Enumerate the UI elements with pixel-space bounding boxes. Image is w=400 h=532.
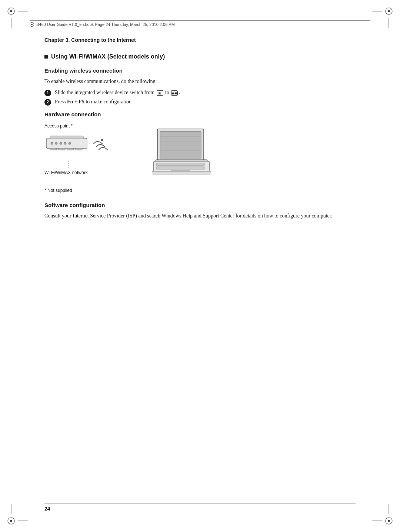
diagram-left: Access point * bbox=[44, 123, 141, 175]
corner-mark-bl bbox=[7, 503, 29, 525]
svg-point-27 bbox=[101, 139, 103, 141]
chapter-title: Chapter 3. Connecting to the Internet bbox=[44, 37, 356, 43]
svg-point-22 bbox=[69, 142, 71, 144]
corner-mark-br bbox=[371, 503, 393, 525]
corner-mark-tl bbox=[7, 7, 29, 29]
access-point-area bbox=[44, 131, 126, 160]
svg-point-5 bbox=[388, 10, 390, 12]
step-2-text: Press Fn + F5 to make configuration. bbox=[55, 98, 133, 106]
access-point-label: Access point * bbox=[44, 123, 73, 129]
main-content: Chapter 3. Connecting to the Internet Us… bbox=[44, 37, 356, 495]
dotted-line bbox=[69, 161, 69, 168]
header-book-info: B460 User Guide V1.0_en.book Page 24 Thu… bbox=[36, 22, 175, 27]
step-1: 1 Slide the integrated wireless device s… bbox=[44, 89, 356, 97]
section-title: Using Wi-Fi/WiMAX (Select models only) bbox=[51, 53, 165, 60]
step-2-num: 2 bbox=[44, 99, 51, 106]
page-number: 24 bbox=[44, 506, 50, 512]
svg-point-20 bbox=[60, 142, 62, 144]
svg-rect-24 bbox=[59, 148, 65, 150]
access-point-svg bbox=[44, 131, 93, 151]
svg-rect-25 bbox=[67, 148, 74, 150]
header-bar: B460 User Guide V1.0_en.book Page 24 Thu… bbox=[30, 20, 370, 27]
svg-point-21 bbox=[64, 142, 66, 144]
wifi-waves-svg bbox=[92, 133, 114, 151]
svg-rect-37 bbox=[156, 167, 204, 169]
laptop-svg bbox=[152, 127, 211, 179]
laptop-area bbox=[152, 127, 211, 180]
svg-rect-23 bbox=[50, 148, 57, 150]
subsection-heading-hardware: Hardware connection bbox=[44, 111, 356, 117]
not-supplied-note: * Not supplied bbox=[44, 188, 356, 193]
enabling-intro: To enable wireless communications, do th… bbox=[44, 77, 356, 86]
step-1-text: Slide the integrated wireless device swi… bbox=[55, 89, 180, 97]
wifi-off-icon: ▣ bbox=[157, 90, 163, 96]
wifi-on-icon: ◉▣ bbox=[171, 90, 178, 96]
svg-point-1 bbox=[10, 10, 12, 12]
section-heading: Using Wi-Fi/WiMAX (Select models only) bbox=[44, 53, 356, 60]
header-bullet-icon bbox=[30, 22, 34, 27]
step-2: 2 Press Fn + F5 to make configuration. bbox=[44, 98, 356, 106]
steps-list: 1 Slide the integrated wireless device s… bbox=[44, 89, 356, 106]
svg-point-13 bbox=[388, 520, 390, 522]
step-1-num: 1 bbox=[44, 90, 51, 96]
svg-rect-36 bbox=[156, 163, 204, 166]
svg-rect-26 bbox=[76, 148, 82, 150]
svg-rect-29 bbox=[160, 132, 201, 158]
svg-rect-35 bbox=[154, 161, 209, 172]
corner-mark-tr bbox=[371, 7, 393, 29]
software-paragraph: Consult your Internet Service Provider (… bbox=[44, 212, 356, 220]
svg-rect-39 bbox=[152, 171, 211, 174]
hardware-diagram: Access point * bbox=[44, 123, 356, 180]
section-bullet-icon bbox=[44, 55, 48, 59]
svg-rect-17 bbox=[50, 136, 83, 139]
footer: 24 bbox=[44, 503, 356, 512]
network-label: Wi-Fi/WiMAX network bbox=[44, 170, 88, 175]
svg-point-9 bbox=[10, 520, 12, 522]
subsection-heading-software: Software configuration bbox=[44, 202, 356, 208]
svg-point-18 bbox=[51, 142, 53, 144]
subsection-heading-enabling: Enabling wireless connection bbox=[44, 67, 356, 74]
svg-point-19 bbox=[55, 142, 57, 144]
